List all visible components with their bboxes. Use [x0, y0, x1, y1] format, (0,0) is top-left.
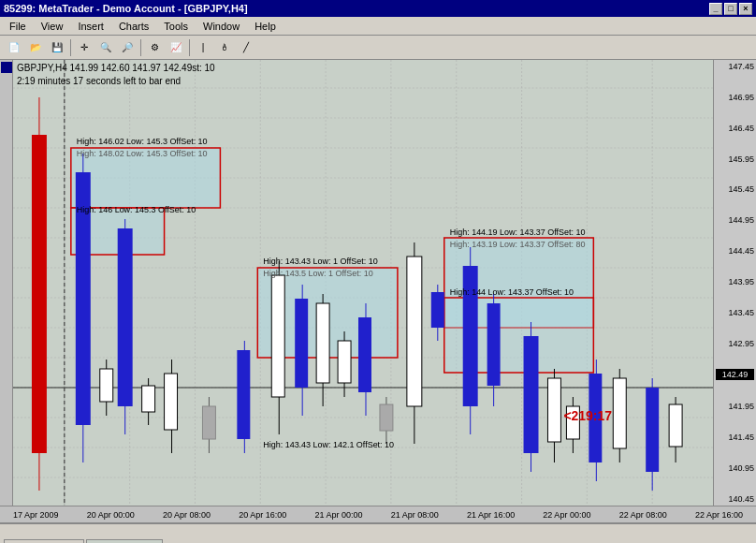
- svg-text:High: 143.43  Low: 142.1  OffS: High: 143.43 Low: 142.1 OffSet: 10: [263, 440, 394, 449]
- menu-insert[interactable]: Insert: [70, 17, 111, 35]
- svg-rect-37: [100, 369, 113, 402]
- menu-view[interactable]: View: [34, 17, 71, 35]
- toolbar-sep3: [189, 39, 190, 56]
- price-level-14: 140.45: [716, 494, 754, 504]
- toolbar-zoom-out[interactable]: 🔎: [117, 37, 138, 58]
- svg-rect-61: [407, 257, 422, 406]
- nav-button[interactable]: [1, 62, 12, 73]
- main-area: GBPJPY,H4 141.99 142.60 141.97 142.49st:…: [0, 60, 756, 506]
- toolbar-save[interactable]: 💾: [47, 37, 67, 58]
- time-label-2: 20 Apr 08:00: [163, 510, 211, 520]
- toolbar-chart-props[interactable]: ⚙: [144, 37, 165, 58]
- svg-rect-43: [165, 374, 178, 430]
- minimize-button[interactable]: _: [709, 3, 722, 15]
- price-level-8: 143.45: [716, 308, 754, 317]
- svg-rect-57: [358, 317, 371, 392]
- svg-rect-49: [271, 275, 284, 397]
- price-level-2: 146.45: [716, 124, 754, 133]
- toolbar-candle[interactable]: 🕯: [214, 37, 235, 58]
- price-level-12: 141.45: [716, 433, 754, 442]
- price-level-7: 143.95: [716, 277, 754, 286]
- toolbar-sep2: [140, 39, 141, 56]
- svg-text:High: 146.02  Low: 145.3  OffS: High: 146.02 Low: 145.3 OffSet: 10: [77, 137, 208, 146]
- menu-window[interactable]: Window: [196, 17, 247, 35]
- menu-bar: File View Insert Charts Tools Window Hel…: [0, 17, 756, 36]
- toolbar-crosshair[interactable]: ✛: [74, 37, 94, 58]
- toolbar-bar[interactable]: |: [193, 37, 213, 58]
- tabs-row: EURUSD,H1 GBPJPY,H4: [0, 524, 756, 543]
- toolbar-open[interactable]: 📂: [25, 37, 46, 58]
- price-level-11: 141.95: [716, 402, 754, 411]
- toolbar-indicators[interactable]: 📈: [166, 37, 186, 58]
- svg-text:High: 143.19  Low: 143.37  Off: High: 143.19 Low: 143.37 OffSet: 80: [450, 240, 586, 249]
- tab-eurusd[interactable]: EURUSD,H1: [4, 539, 84, 543]
- toolbar: 📄 📂 💾 ✛ 🔍 🔎 ⚙ 📈 | 🕯 ╱: [0, 36, 756, 60]
- toolbar-sep1: [70, 39, 71, 56]
- svg-rect-71: [547, 378, 560, 442]
- svg-rect-79: [646, 388, 659, 472]
- svg-text:High: 143.43  Low: 1        Of: High: 143.43 Low: 1 OffSet: 10: [263, 257, 377, 266]
- price-level-0: 147.45: [716, 62, 754, 71]
- toolbar-new[interactable]: 📄: [4, 37, 24, 58]
- close-button[interactable]: ×: [739, 3, 752, 15]
- title-bar-buttons[interactable]: _ □ ×: [709, 3, 752, 15]
- toolbar-zoom-in[interactable]: 🔍: [95, 37, 116, 58]
- chart-info: GBPJPY,H4 141.99 142.60 141.97 142.49st:…: [17, 62, 215, 88]
- svg-rect-53: [316, 303, 329, 383]
- chart-info-line2: 2:19 minutes 17 seconds left to bar end: [17, 75, 215, 88]
- left-panel: [0, 60, 13, 506]
- price-level-3: 145.95: [716, 154, 754, 164]
- svg-rect-67: [487, 303, 501, 386]
- svg-rect-45: [202, 406, 215, 439]
- svg-rect-33: [32, 135, 47, 453]
- price-level-9: 142.95: [716, 339, 754, 348]
- svg-rect-39: [118, 228, 133, 406]
- svg-rect-63: [431, 292, 444, 328]
- current-price: 142.49: [716, 369, 754, 380]
- menu-charts[interactable]: Charts: [111, 17, 156, 35]
- chart-svg: High: 146.02 Low: 145.3 OffSet: 10 High:…: [13, 60, 713, 506]
- bottom-area: EURUSD,H1 GBPJPY,H4: [0, 522, 756, 543]
- svg-rect-47: [237, 350, 250, 439]
- chart-info-line1: GBPJPY,H4 141.99 142.60 141.97 142.49st:…: [17, 62, 215, 75]
- chart-container[interactable]: GBPJPY,H4 141.99 142.60 141.97 142.49st:…: [13, 60, 713, 506]
- time-axis: 17 Apr 2009 20 Apr 00:00 20 Apr 08:00 20…: [0, 506, 756, 522]
- svg-rect-81: [669, 404, 682, 447]
- time-label-5: 21 Apr 08:00: [391, 510, 439, 520]
- svg-rect-51: [295, 299, 308, 388]
- time-label-0: 17 Apr 2009: [13, 510, 59, 520]
- maximize-button[interactable]: □: [724, 3, 737, 15]
- price-level-1: 146.95: [716, 93, 754, 102]
- menu-file[interactable]: File: [2, 17, 34, 35]
- svg-rect-59: [380, 404, 393, 431]
- time-label-1: 20 Apr 00:00: [87, 510, 135, 520]
- time-label-8: 22 Apr 08:00: [619, 510, 667, 520]
- svg-text:<219:17: <219:17: [563, 408, 612, 423]
- price-scale: 147.45 146.95 146.45 145.95 145.45 144.9…: [713, 60, 756, 506]
- price-level-5: 144.95: [716, 215, 754, 225]
- price-level-13: 140.95: [716, 463, 754, 473]
- tab-gbpjpy[interactable]: GBPJPY,H4: [86, 539, 164, 543]
- time-label-3: 20 Apr 16:00: [239, 510, 286, 520]
- price-level-4: 145.45: [716, 184, 754, 194]
- window-title: 85299: MetaTrader - Demo Account - [GBPJ…: [4, 3, 248, 14]
- menu-tools[interactable]: Tools: [156, 17, 196, 35]
- svg-rect-41: [142, 386, 155, 412]
- time-label-7: 22 Apr 00:00: [543, 510, 590, 520]
- toolbar-line[interactable]: ╱: [236, 37, 256, 58]
- svg-rect-55: [338, 341, 351, 383]
- svg-text:High: 144.19  Low: 143.37  Off: High: 144.19 Low: 143.37 OffSet: 10: [450, 227, 586, 237]
- svg-rect-69: [524, 336, 539, 453]
- time-label-4: 21 Apr 00:00: [315, 510, 363, 520]
- menu-help[interactable]: Help: [247, 17, 284, 35]
- svg-text:High: 146  Low: 145.3  OffSet:: High: 146 Low: 145.3 OffSet: 10: [77, 205, 196, 214]
- svg-text:High: 148.02  Low: 145.3  OffS: High: 148.02 Low: 145.3 OffSet: 10: [77, 149, 208, 158]
- price-level-6: 144.45: [716, 246, 754, 256]
- time-label-6: 21 Apr 16:00: [467, 510, 515, 520]
- time-label-9: 22 Apr 16:00: [695, 510, 743, 520]
- svg-text:High: 144  Low: 143.37  OffSet: High: 144 Low: 143.37 OffSet: 10: [450, 287, 574, 297]
- svg-text:High: 143.5  Low: 1  OffSet: 1: High: 143.5 Low: 1 OffSet: 10: [263, 269, 372, 278]
- title-bar: 85299: MetaTrader - Demo Account - [GBPJ…: [0, 0, 756, 17]
- svg-rect-77: [613, 378, 626, 448]
